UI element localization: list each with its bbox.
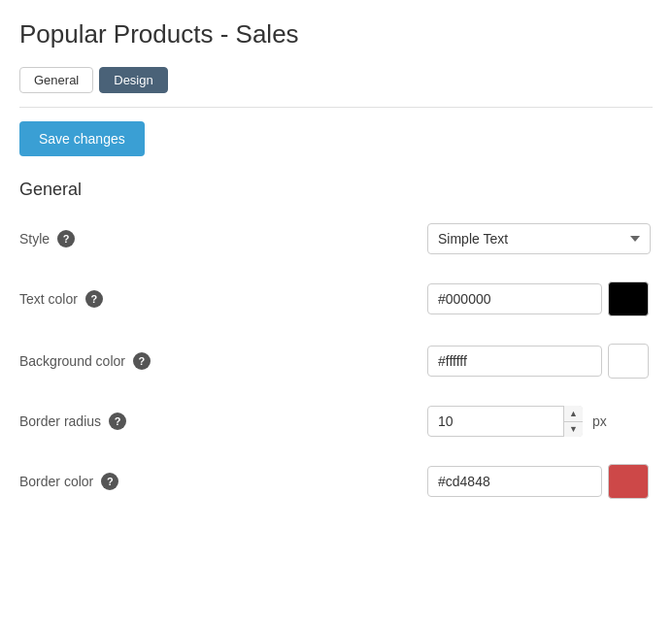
- section-general-title: General: [19, 180, 653, 200]
- border-radius-stepper-buttons: ▲ ▼: [563, 406, 583, 437]
- border-color-label-text: Border color: [19, 474, 93, 489]
- border-radius-increment-button[interactable]: ▲: [564, 406, 583, 422]
- background-color-input[interactable]: [427, 346, 602, 377]
- border-color-help-icon[interactable]: ?: [101, 473, 118, 490]
- border-radius-help-icon[interactable]: ?: [109, 412, 126, 430]
- border-radius-stepper-wrap: ▲ ▼: [427, 406, 583, 437]
- style-select[interactable]: Simple Text Cards List: [427, 223, 651, 254]
- border-color-row: Border color ?: [19, 464, 653, 499]
- style-label-text: Style: [19, 231, 50, 247]
- text-color-row: Text color ?: [19, 281, 653, 316]
- style-row: Style ? Simple Text Cards List: [19, 223, 653, 254]
- border-color-label: Border color ?: [19, 473, 427, 490]
- border-radius-row: Border radius ? ▲ ▼ px: [19, 406, 653, 437]
- page-title: Popular Products - Sales: [19, 19, 653, 50]
- text-color-control: [427, 281, 649, 316]
- border-radius-input[interactable]: [427, 406, 583, 437]
- text-color-label-text: Text color: [19, 291, 78, 307]
- background-color-help-icon[interactable]: ?: [133, 352, 151, 370]
- text-color-label: Text color ?: [19, 290, 427, 308]
- tab-bar: General Design: [19, 67, 653, 93]
- tab-design[interactable]: Design: [99, 67, 167, 93]
- border-color-swatch[interactable]: [608, 464, 649, 499]
- text-color-help-icon[interactable]: ?: [85, 290, 103, 308]
- text-color-swatch[interactable]: [608, 281, 649, 316]
- background-color-swatch[interactable]: [608, 344, 649, 379]
- border-color-input[interactable]: [427, 466, 602, 497]
- border-color-control: [427, 464, 649, 499]
- background-color-row: Background color ?: [19, 344, 653, 379]
- text-color-input[interactable]: [427, 283, 602, 314]
- style-control: Simple Text Cards List: [427, 223, 651, 254]
- style-help-icon[interactable]: ?: [57, 230, 75, 248]
- border-radius-unit: px: [592, 413, 607, 429]
- tab-general[interactable]: General: [19, 67, 93, 93]
- background-color-control: [427, 344, 649, 379]
- background-color-label: Background color ?: [19, 352, 427, 370]
- save-button[interactable]: Save changes: [19, 121, 145, 156]
- divider: [19, 107, 653, 108]
- border-radius-control: ▲ ▼ px: [427, 406, 607, 437]
- border-radius-label: Border radius ?: [19, 412, 427, 430]
- background-color-label-text: Background color: [19, 353, 125, 369]
- style-label: Style ?: [19, 230, 427, 248]
- border-radius-label-text: Border radius: [19, 413, 101, 429]
- border-radius-decrement-button[interactable]: ▼: [564, 422, 583, 438]
